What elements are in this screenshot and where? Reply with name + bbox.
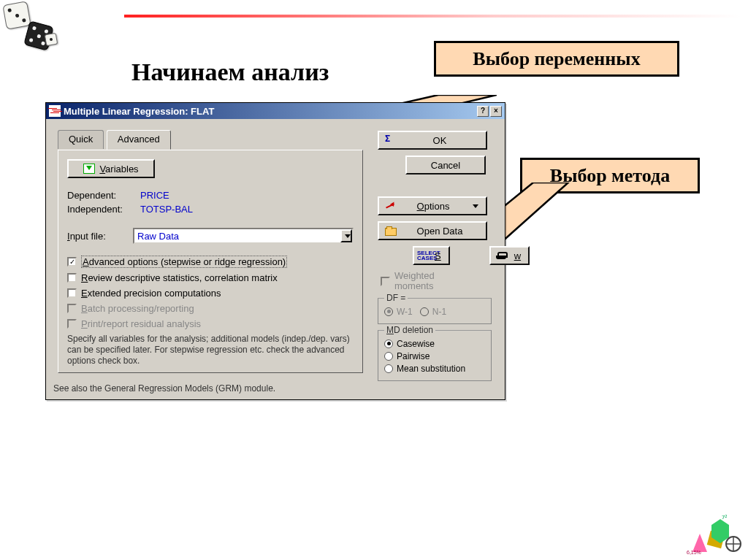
group-md-deletion: MD deletion Casewise Pairwise Mean subst… <box>378 330 492 381</box>
options-button[interactable]: Options <box>378 196 487 215</box>
variables-icon <box>83 164 95 174</box>
checkbox-icon: ✓ <box>67 257 77 266</box>
svg-text:6,15%: 6,15% <box>687 550 701 555</box>
radio-df-n1: N-1 <box>420 307 446 317</box>
tab-advanced[interactable]: Advanced <box>107 130 171 150</box>
callout-variables: Выбор переменных <box>434 41 679 77</box>
ok-button[interactable]: OK <box>378 131 487 150</box>
summary-icon <box>385 135 397 145</box>
svg-text:7²: 7² <box>722 514 727 521</box>
regression-dialog: Multiple Linear Regression: FLAT ? × Qui… <box>45 102 505 400</box>
independent-value: TOTSP-BAL <box>140 204 193 215</box>
tab-quick[interactable]: Quick <box>58 130 104 149</box>
chk-batch-processing: Batch processing/reporting <box>67 303 354 314</box>
weight-button[interactable]: w <box>489 246 530 265</box>
independent-label: Independent: <box>67 204 140 215</box>
window-title: Multiple Linear Regression: FLAT <box>64 106 214 117</box>
radio-icon <box>384 364 393 373</box>
folder-open-icon <box>385 226 397 236</box>
md-legend: MD deletion <box>384 325 435 335</box>
footer-note: See also the General Regression Models (… <box>46 379 505 399</box>
radio-icon <box>384 307 393 316</box>
checkbox-icon <box>67 273 77 283</box>
variables-button[interactable]: Variables <box>67 159 155 178</box>
chk-advanced-options[interactable]: ✓ Advanced options (stepwise or ridge re… <box>67 256 354 268</box>
chk-print-residual: Print/report residual analysis <box>67 318 354 329</box>
help-button[interactable]: ? <box>477 106 489 117</box>
cancel-label: Cancel <box>431 160 460 171</box>
cancel-button[interactable]: Cancel <box>405 156 486 174</box>
group-df: DF = W-1 N-1 <box>378 298 492 324</box>
open-data-button[interactable]: Open Data <box>378 221 487 240</box>
select-cases-icon: SELECTCASES <box>417 250 429 261</box>
close-button[interactable]: × <box>490 106 502 117</box>
options-icon <box>385 201 397 211</box>
chevron-down-icon <box>345 234 351 238</box>
radio-icon <box>384 340 393 348</box>
radio-icon <box>384 352 393 361</box>
checkbox-icon <box>67 288 77 298</box>
radio-df-w1: W-1 <box>384 307 413 317</box>
input-file-label: Input file: <box>67 231 120 242</box>
select-cases-button[interactable]: SELECTCASES S <box>413 246 450 265</box>
hint-text: Specify all variables for the analysis; … <box>67 334 354 367</box>
chevron-down-icon <box>473 204 478 208</box>
weight-icon <box>495 250 507 261</box>
input-file-value: Raw Data <box>134 231 340 242</box>
geometry-decor: 7² 6,15% <box>685 512 744 556</box>
dice-decor <box>4 3 70 61</box>
dialog-right-column: OK Cancel Options Open Data SELEC <box>370 125 499 381</box>
app-icon <box>49 105 61 117</box>
checkbox-icon <box>67 319 77 329</box>
checkbox-icon <box>67 304 77 313</box>
checkbox-icon <box>381 277 390 286</box>
combo-dropdown-button[interactable] <box>340 229 352 242</box>
radio-md-mean[interactable]: Mean substitution <box>384 364 485 374</box>
dependent-value: PRICE <box>140 190 169 201</box>
top-gradient-rule <box>124 15 741 18</box>
radio-md-pairwise[interactable]: Pairwise <box>384 351 485 361</box>
chk-extended-precision[interactable]: Extended precision computations <box>67 288 354 299</box>
input-file-combo[interactable]: Raw Data <box>133 228 354 244</box>
titlebar[interactable]: Multiple Linear Regression: FLAT ? × <box>46 103 505 119</box>
df-legend: DF = <box>384 293 408 303</box>
dependent-label: Dependent: <box>67 190 140 201</box>
tab-page: Variables Dependent: PRICE Independent: … <box>58 150 363 373</box>
chk-review-stats[interactable]: Review descriptive statistics, correlati… <box>67 272 354 283</box>
variables-button-label: ariables <box>105 164 139 174</box>
radio-md-casewise[interactable]: Casewise <box>384 339 485 349</box>
radio-icon <box>420 307 429 316</box>
ok-label: OK <box>401 135 478 146</box>
chk-weighted-moments: Weightedmoments <box>381 271 492 292</box>
slide-title: Начинаем анализ <box>131 58 329 86</box>
